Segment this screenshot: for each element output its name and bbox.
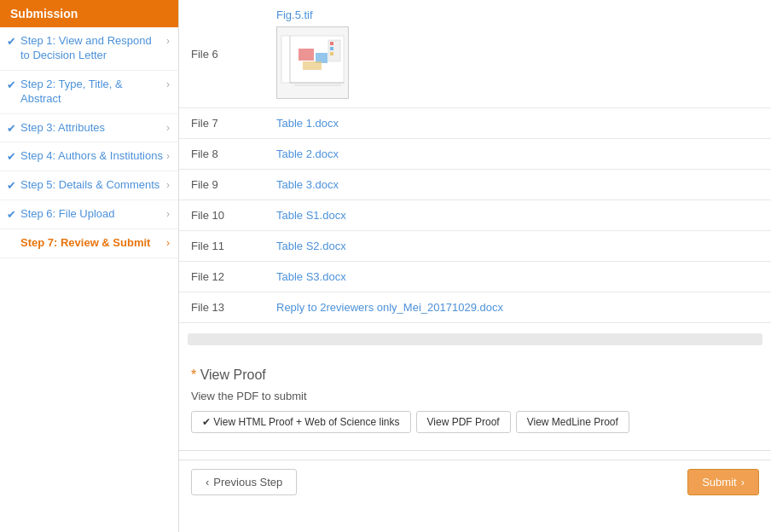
file-cell: Table S2.docx bbox=[264, 231, 771, 262]
chevron-icon-step7: › bbox=[166, 237, 170, 249]
file-preview-image bbox=[276, 26, 349, 99]
proof-buttons: ✔ View HTML Proof + Web of Science links… bbox=[191, 411, 759, 433]
table-row: File 9 Table 3.docx bbox=[179, 170, 771, 200]
chevron-right-icon: › bbox=[741, 476, 745, 489]
file-label: File 13 bbox=[179, 292, 264, 323]
file-label: File 6 bbox=[179, 0, 264, 108]
sidebar-item-step3[interactable]: ✔ Step 3: Attributes › bbox=[0, 114, 178, 143]
table-row: File 7 Table 1.docx bbox=[179, 108, 771, 139]
check-icon-step3: ✔ bbox=[7, 122, 16, 135]
previous-step-button[interactable]: ‹ Previous Step bbox=[191, 469, 297, 495]
check-icon-step2: ✔ bbox=[7, 78, 16, 91]
check-icon-step6: ✔ bbox=[7, 208, 16, 221]
file-table: File 6 Fig.5.tif bbox=[179, 0, 771, 323]
file-cell: Fig.5.tif bbox=[264, 0, 771, 108]
file-link[interactable]: Table 3.docx bbox=[276, 178, 339, 191]
view-proof-title: * View Proof bbox=[191, 367, 759, 383]
file-link[interactable]: Table S3.docx bbox=[276, 270, 346, 283]
sidebar-header: Submission bbox=[0, 0, 178, 27]
sidebar: Submission ✔ Step 1: View and Respond to… bbox=[0, 0, 179, 532]
main-content: File 6 Fig.5.tif bbox=[179, 0, 771, 532]
table-row: File 6 Fig.5.tif bbox=[179, 0, 771, 108]
horizontal-scrollbar[interactable] bbox=[188, 333, 762, 345]
sidebar-item-step4[interactable]: ✔ Step 4: Authors & Institutions › bbox=[0, 142, 178, 171]
view-html-proof-button[interactable]: ✔ View HTML Proof + Web of Science links bbox=[191, 411, 411, 433]
sidebar-item-label-step2: Step 2: Type, Title, & Abstract bbox=[20, 78, 163, 107]
table-row: File 12 Table S3.docx bbox=[179, 262, 771, 292]
svg-rect-6 bbox=[303, 61, 322, 70]
file-cell: Table 1.docx bbox=[264, 108, 771, 139]
file-link[interactable]: Table 2.docx bbox=[276, 147, 339, 160]
file-link[interactable]: Fig.5.tif bbox=[276, 9, 313, 21]
check-icon-step7: ✔ bbox=[7, 237, 16, 250]
table-row: File 8 Table 2.docx bbox=[179, 139, 771, 170]
svg-rect-10 bbox=[330, 47, 333, 50]
sidebar-item-step1[interactable]: ✔ Step 1: View and Respond to Decision L… bbox=[0, 27, 178, 71]
table-row: File 11 Table S2.docx bbox=[179, 231, 771, 262]
chevron-icon-step3: › bbox=[166, 122, 170, 134]
view-proof-section: * View Proof View the PDF to submit ✔ Vi… bbox=[179, 356, 771, 442]
file-label: File 8 bbox=[179, 139, 264, 170]
view-pdf-proof-button[interactable]: View PDF Proof bbox=[416, 411, 511, 433]
asterisk: * bbox=[191, 367, 200, 382]
sidebar-item-step6[interactable]: ✔ Step 6: File Upload › bbox=[0, 200, 178, 229]
sidebar-item-label-step1: Step 1: View and Respond to Decision Let… bbox=[20, 34, 163, 63]
file-label: File 11 bbox=[179, 231, 264, 262]
file-label: File 10 bbox=[179, 200, 264, 231]
file-cell: Table 2.docx bbox=[264, 139, 771, 170]
file-link[interactable]: Table S1.docx bbox=[276, 209, 346, 222]
sidebar-item-step5[interactable]: ✔ Step 5: Details & Comments › bbox=[0, 171, 178, 200]
file-cell: Table 3.docx bbox=[264, 170, 771, 200]
chevron-icon-step2: › bbox=[166, 78, 170, 90]
svg-rect-9 bbox=[330, 42, 333, 45]
check-icon-step5: ✔ bbox=[7, 179, 16, 192]
file-link[interactable]: Table S2.docx bbox=[276, 240, 346, 252]
chevron-icon-step4: › bbox=[166, 150, 170, 162]
table-row: File 13 Reply to 2reviewers only_Mei_201… bbox=[179, 292, 771, 323]
file-link[interactable]: Table 1.docx bbox=[276, 117, 339, 130]
view-proof-subtitle: View the PDF to submit bbox=[191, 390, 759, 402]
chevron-icon-step1: › bbox=[166, 35, 170, 47]
chevron-icon-step5: › bbox=[166, 179, 170, 191]
bottom-divider bbox=[179, 450, 771, 451]
file-label: File 12 bbox=[179, 262, 264, 292]
file-link[interactable]: Reply to 2reviewers only_Mei_20171029.do… bbox=[276, 301, 503, 314]
svg-rect-4 bbox=[299, 49, 314, 61]
check-icon-step4: ✔ bbox=[7, 150, 16, 163]
file-label: File 7 bbox=[179, 108, 264, 139]
sidebar-item-step2[interactable]: ✔ Step 2: Type, Title, & Abstract › bbox=[0, 71, 178, 114]
bottom-nav: ‹ Previous Step Submit › bbox=[179, 460, 771, 504]
check-icon-step1: ✔ bbox=[7, 35, 16, 48]
sidebar-item-label-step5: Step 5: Details & Comments bbox=[20, 178, 163, 193]
sidebar-item-step7[interactable]: ✔ Step 7: Review & Submit › bbox=[0, 229, 178, 258]
chevron-icon-step6: › bbox=[166, 208, 170, 220]
sidebar-item-label-step4: Step 4: Authors & Institutions bbox=[20, 149, 163, 164]
submit-button[interactable]: Submit › bbox=[687, 469, 759, 495]
sidebar-item-label-step7: Step 7: Review & Submit bbox=[20, 236, 163, 251]
file-cell: Reply to 2reviewers only_Mei_20171029.do… bbox=[264, 292, 771, 323]
svg-rect-11 bbox=[330, 52, 333, 55]
table-row: File 10 Table S1.docx bbox=[179, 200, 771, 231]
file-cell: Table S1.docx bbox=[264, 200, 771, 231]
chevron-left-icon: ‹ bbox=[206, 476, 209, 489]
sidebar-item-label-step3: Step 3: Attributes bbox=[20, 121, 163, 136]
view-medline-proof-button[interactable]: View MedLine Proof bbox=[516, 411, 629, 433]
file-label: File 9 bbox=[179, 170, 264, 200]
sidebar-item-label-step6: Step 6: File Upload bbox=[20, 207, 163, 222]
file-cell: Table S3.docx bbox=[264, 262, 771, 292]
